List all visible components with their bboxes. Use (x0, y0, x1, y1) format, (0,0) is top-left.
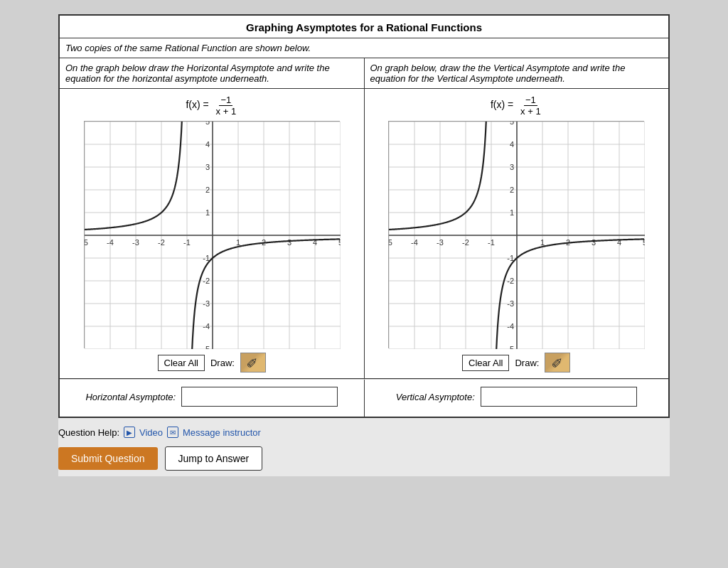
submit-question-button[interactable]: Submit Question (58, 447, 158, 470)
left-func-label: f(x) = −1 x + 1 (186, 95, 237, 117)
right-func-label: f(x) = −1 x + 1 (491, 95, 542, 117)
right-canvas[interactable] (389, 122, 645, 349)
right-graph-area[interactable] (388, 121, 644, 348)
draw-tool-right[interactable]: ✏ (545, 353, 570, 373)
vertical-asymptote-panel: Vertical Asymptote: (365, 380, 669, 417)
video-link[interactable]: Video (139, 427, 163, 438)
draw-label-left: Draw: (210, 358, 235, 368)
left-graph-area[interactable] (84, 121, 340, 348)
clear-all-left-button[interactable]: Clear All (158, 355, 205, 371)
video-icon: ▶ (124, 427, 135, 438)
horizontal-asymptote-label: Horizontal Asymptote: (85, 392, 176, 402)
actions-row: Submit Question Jump to Answer (58, 444, 670, 476)
question-help-label: Question Help: (58, 427, 119, 438)
message-icon: ✉ (167, 427, 178, 438)
jump-to-answer-button[interactable]: Jump to Answer (165, 446, 263, 471)
draw-tool-left[interactable]: ✏ (240, 353, 266, 373)
question-help-row: Question Help: ▶ Video ✉ Message instruc… (58, 418, 670, 444)
vertical-asymptote-label: Vertical Asymptote: (396, 392, 475, 402)
question-subtitle: Two copies of the same Rational Function… (60, 38, 668, 58)
draw-label-right: Draw: (515, 358, 539, 368)
right-column-header: On graph below, draw the the Vertical As… (365, 58, 669, 88)
left-column-header: On the graph below draw the Horizontal A… (60, 58, 365, 88)
question-title: Graphing Asymptotes for a Rational Funct… (60, 16, 668, 38)
message-instructor-link[interactable]: Message instructor (183, 427, 261, 438)
clear-all-right-button[interactable]: Clear All (462, 355, 509, 371)
horizontal-asymptote-panel: Horizontal Asymptote: (60, 380, 365, 417)
left-graph-panel: f(x) = −1 x + 1 Clear All Draw: ✏ (60, 89, 365, 378)
horizontal-asymptote-input[interactable] (181, 387, 338, 407)
right-graph-panel: f(x) = −1 x + 1 Clear All Draw: ✏ (365, 89, 669, 378)
left-canvas[interactable] (85, 122, 341, 349)
vertical-asymptote-input[interactable] (481, 387, 637, 407)
